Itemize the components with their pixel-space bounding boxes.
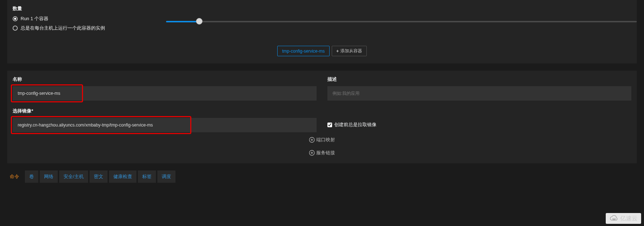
- container-chip-row: tmp-config-service-ms + 添加从容器: [13, 46, 631, 56]
- tab-schedule[interactable]: 调度: [157, 170, 175, 183]
- container-chip-active-label: tmp-config-service-ms: [282, 49, 325, 54]
- description-label: 描述: [327, 76, 631, 83]
- circle-plus-icon: [309, 150, 315, 156]
- container-chip-active[interactable]: tmp-config-service-ms: [277, 46, 329, 56]
- pull-always-label: 创建前总是拉取镜像: [334, 121, 377, 128]
- description-input[interactable]: [327, 86, 631, 101]
- add-sidekick-button[interactable]: + 添加从容器: [332, 46, 367, 56]
- circle-plus-icon: [309, 137, 315, 143]
- plus-icon: +: [336, 49, 339, 54]
- quantity-label: 数量: [13, 5, 631, 12]
- cloud-icon: [609, 214, 619, 222]
- slider-thumb[interactable]: [196, 18, 203, 25]
- container-count-slider[interactable]: [166, 18, 637, 25]
- radio-every-host-row[interactable]: 总是在每台主机上运行一个此容器的实例: [13, 25, 631, 31]
- tab-network[interactable]: 网络: [40, 170, 58, 183]
- radio-every-host[interactable]: [13, 26, 18, 31]
- watermark-text: 亿速云: [620, 215, 638, 222]
- container-form-panel: 名称 描述 选择镜像* 创建前总是拉取镜像: [7, 71, 637, 163]
- tab-security[interactable]: 安全/主机: [59, 170, 88, 183]
- service-links-expand[interactable]: 服务链接: [13, 150, 631, 156]
- slider-fill: [166, 21, 199, 22]
- radio-every-host-label: 总是在每台主机上运行一个此容器的实例: [21, 25, 105, 31]
- scale-panel: 数量 Run 1 个容器 总是在每台主机上运行一个此容器的实例 tmp-conf…: [7, 0, 637, 63]
- radio-run-count[interactable]: [13, 16, 18, 21]
- tab-secrets[interactable]: 密文: [90, 170, 108, 183]
- add-sidekick-label: 添加从容器: [340, 48, 362, 54]
- port-mapping-expand[interactable]: 端口映射: [13, 137, 631, 143]
- port-mapping-label: 端口映射: [316, 137, 335, 143]
- image-field-group: 选择镜像*: [13, 108, 317, 132]
- name-input[interactable]: [13, 86, 317, 101]
- image-label: 选择镜像*: [13, 108, 317, 114]
- pull-always-group: 创建前总是拉取镜像: [327, 108, 631, 132]
- tab-health[interactable]: 健康检查: [109, 170, 136, 183]
- settings-tabs: 命令 卷 网络 安全/主机 密文 健康检查 标签 调度: [0, 170, 644, 188]
- pull-always-checkbox[interactable]: [327, 123, 332, 127]
- image-input[interactable]: [13, 118, 317, 132]
- svg-point-6: [613, 218, 614, 220]
- slider-track: [166, 21, 637, 22]
- name-label: 名称: [13, 76, 317, 83]
- description-field-group: 描述: [327, 76, 631, 101]
- service-links-label: 服务链接: [316, 150, 335, 156]
- pull-always-row[interactable]: 创建前总是拉取镜像: [327, 121, 631, 128]
- watermark: 亿速云: [606, 213, 641, 224]
- radio-run-count-label: Run 1 个容器: [21, 15, 48, 22]
- tab-labels[interactable]: 标签: [138, 170, 156, 183]
- tab-command[interactable]: 命令: [5, 170, 23, 183]
- name-field-group: 名称: [13, 76, 317, 101]
- tab-volumes[interactable]: 卷: [25, 170, 38, 183]
- svg-point-7: [614, 218, 615, 220]
